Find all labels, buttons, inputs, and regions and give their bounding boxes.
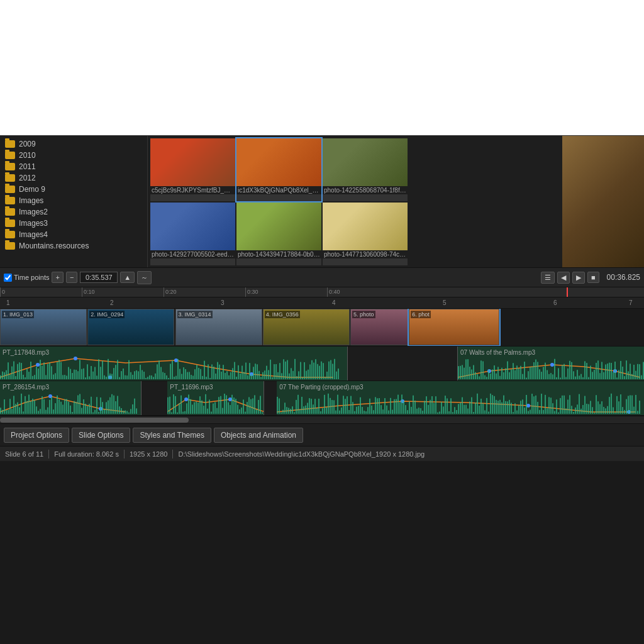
timeline-ruler[interactable]: 0 0:10 0:20 0:30 0:40 [0,287,644,297]
add-time-point-button[interactable]: + [52,272,63,283]
waveform-4 [167,390,264,414]
status-sep-2 [124,450,125,458]
media-thumb-6[interactable]: photo-1447713060098-74c4e... [323,203,408,265]
audio-clip-5[interactable]: 07 The Parting (cropped).mp3 [277,381,644,415]
audio-track-2: PT_286154.mp3 PT_11696.mp3 [0,381,644,416]
time-value-input[interactable] [80,272,118,283]
styles-themes-button[interactable]: Styles and Themes [133,428,211,443]
duration-display: 00:36.825 [607,273,640,282]
folder-icon [5,152,15,159]
audio-clip-2[interactable]: 07 Walts of the Palms.mp3 [457,347,644,380]
folder-icon [5,242,15,250]
file-tree-item-images[interactable]: Images [0,195,147,206]
status-sep-3 [172,450,173,458]
file-tree-item-images3[interactable]: Images3 [0,218,147,229]
remove-time-point-button[interactable]: − [66,272,77,283]
track-num-3: 3 [221,299,225,306]
slide-thumb-5[interactable]: 5. photo [350,309,408,345]
waveform-button[interactable]: ～ [137,271,152,284]
track-num-2: 2 [110,299,114,306]
preview-image [562,136,644,267]
folder-label: 2011 [19,162,36,171]
menu-button[interactable]: ☰ [541,272,555,284]
folder-icon [5,174,15,182]
time-points-checkbox-label[interactable]: Time points [4,274,49,282]
slide-thumb-4[interactable]: 4. IMG_0356 [263,309,350,345]
slide-info: Slide 6 of 11 [5,450,43,458]
folder-label: 2010 [19,151,36,160]
waveform-canvas-4 [167,390,264,414]
media-thumb-1[interactable]: c5cjBc9sRJKPYSmtzfBJ_DSC_... [150,138,235,201]
media-thumb-label-2: ic1dX3kBQjGNaPQb8Xel_192... [236,186,321,194]
waveform-canvas-5 [277,390,641,414]
slide-label-6: 6. phot [411,311,431,318]
waveform-canvas-3 [0,390,138,414]
folder-icon [5,163,15,170]
timeline-playhead[interactable] [567,287,568,297]
ruler-tick-0: 0 [0,287,5,297]
file-tree-item-mountains[interactable]: Mountains.resources [0,240,147,252]
time-points-checkbox[interactable] [4,274,12,282]
slide-thumb-1[interactable]: 1. IMG_013 [0,309,87,345]
slide-label-2: 2. IMG_0294 [89,311,125,318]
waveform-5 [277,390,644,414]
slide-thumb-6[interactable]: 6. phot [409,309,499,345]
ruler-tick-10: 0:10 [82,287,95,297]
media-thumb-2[interactable]: ic1dX3kBQjGNaPQb8Xel_192... [236,138,321,201]
audio-label-5: 07 The Parting (cropped).mp3 [279,384,363,391]
media-thumb-4[interactable]: photo-1429277005502-eed8e... [150,203,235,265]
folder-label: Images [19,196,43,205]
waveform-2 [458,355,644,379]
media-thumb-label-3: photo-1422558068704-1f8f06... [323,186,408,194]
slide-label-4: 4. IMG_0356 [265,311,300,318]
timeline-scrollbar[interactable] [0,416,644,423]
track-num-7: 7 [629,299,633,306]
folder-label: Images2 [19,208,48,216]
slide-thumb-2[interactable]: 2. IMG_0294 [87,309,174,345]
track-num-1: 1 [6,299,10,306]
status-bar: Slide 6 of 11 Full duration: 8.062 s 192… [0,446,644,461]
file-tree: 2009 2010 2011 2012 Demo 9 Images [0,136,148,267]
folder-icon [5,186,15,193]
media-thumb-label-4: photo-1429277005502-eed8e... [150,250,235,258]
slide-thumb-3[interactable]: 3. IMG_0314 [175,309,262,345]
top-white-area [0,0,644,135]
media-thumb-3[interactable]: photo-1422558068704-1f8f06... [323,138,408,201]
file-tree-item-2012[interactable]: 2012 [0,172,147,184]
bottom-buttons: Project Options Slide Options Styles and… [0,423,644,446]
play-button[interactable]: ▶ [572,272,585,284]
slide-label-1: 1. IMG_013 [2,311,34,318]
file-tree-item-2011[interactable]: 2011 [0,161,147,172]
audio-label-4: PT_11696.mp3 [170,384,213,391]
folder-label: Images4 [19,230,48,239]
duration-info: Full duration: 8.062 s [54,450,119,458]
file-tree-item-2010[interactable]: 2010 [0,150,147,161]
file-tree-item-demo9[interactable]: Demo 9 [0,184,147,195]
slide-label-3: 3. IMG_0314 [177,311,213,318]
prev-button[interactable]: ◀ [557,272,570,284]
stop-button[interactable]: ■ [587,272,599,283]
resolution-info: 1925 x 1280 [130,450,168,458]
audio-label-3: PT_286154.mp3 [3,384,49,391]
waveform-canvas-2 [458,355,644,379]
audio-label-1: PT_117848.mp3 [3,349,49,356]
audio-clip-4[interactable]: PT_11696.mp3 [167,381,264,415]
time-up-button[interactable]: ▲ [120,272,135,283]
audio-clip-3[interactable]: PT_286154.mp3 [0,381,142,415]
media-thumb-label-1: c5cjBc9sRJKPYSmtzfBJ_DSC_... [150,186,235,194]
ruler-inner: 0 0:10 0:20 0:30 0:40 [0,287,644,297]
scrollbar-thumb[interactable] [0,418,189,423]
slide-options-button[interactable]: Slide Options [72,428,130,443]
folder-label: Images3 [19,219,48,228]
objects-animation-button[interactable]: Objects and Animation [214,428,303,443]
project-options-button[interactable]: Project Options [4,428,69,443]
preview-panel [562,136,644,267]
audio-track-1: PT_117848.mp3 // Will be populated by JS… [0,347,644,381]
file-tree-item-images2[interactable]: Images2 [0,206,147,218]
folder-icon [5,219,15,227]
file-tree-item-2009[interactable]: 2009 [0,138,147,150]
media-thumb-label-6: photo-1447713060098-74c4e... [323,250,408,258]
file-tree-item-images4[interactable]: Images4 [0,229,147,240]
audio-clip-1[interactable]: PT_117848.mp3 // Will be populated by JS… [0,347,348,380]
media-thumb-5[interactable]: photo-1434394717884-0b03b... [236,203,321,265]
